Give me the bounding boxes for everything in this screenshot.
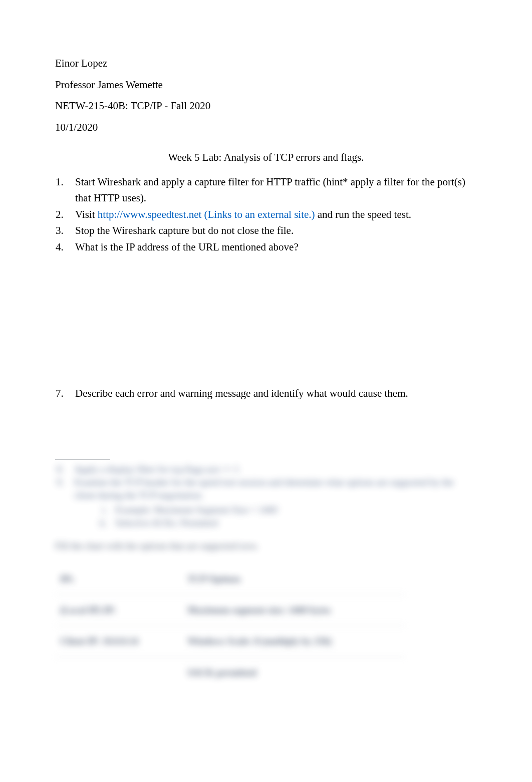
table-row: Client IP: 10.0.0.14 Windows Scale: 8 (m… — [55, 626, 405, 657]
document-page: Einor Lopez Professor James Wemette NETW… — [0, 0, 532, 688]
professor-line: Professor James Wemette — [55, 77, 477, 93]
speedtest-link[interactable]: http://www.speedtest.net (Links to an ex… — [98, 208, 315, 220]
list-text: Describe each error and warning message … — [75, 387, 408, 399]
spacer — [55, 255, 477, 385]
table-row: (Local IP) IP: Maximum segment size: 146… — [55, 594, 405, 625]
author-line: Einor Lopez — [55, 55, 477, 72]
document-title: Week 5 Lab: Analysis of TCP errors and f… — [55, 149, 477, 166]
spacer — [55, 402, 477, 459]
obscured-content: Apply a display filter for tcp.flags.syn… — [55, 463, 477, 688]
obscured-text: Apply a display filter for tcp.flags.syn… — [74, 464, 239, 474]
list-text: and run the speed test. — [315, 208, 411, 220]
list-text: Visit — [75, 208, 98, 220]
course-line: NETW-215-40B: TCP/IP - Fall 2020 — [55, 98, 477, 114]
table-header: IPs — [55, 564, 182, 595]
instruction-list-continued: Describe each error and warning message … — [55, 385, 477, 402]
table-cell: SACK permitted — [182, 657, 405, 688]
table-row: SACK permitted — [55, 657, 405, 688]
instruction-list: Start Wireshark and apply a capture filt… — [55, 174, 477, 255]
date-line: 10/1/2020 — [55, 119, 477, 136]
list-item: Visit http://www.speedtest.net (Links to… — [66, 206, 477, 223]
obscured-text: Selective ACKs: Permitted — [115, 517, 218, 528]
obscured-paragraph: Fill the chart with the options that are… — [55, 539, 477, 553]
list-text: Start Wireshark and apply a capture filt… — [75, 176, 465, 204]
table-row: IPs TCP Options — [55, 564, 405, 595]
obscured-text: Examine the TCP header for the speed tes… — [74, 477, 454, 500]
list-item: Example: Maximum Segment Size = 1460 — [109, 503, 477, 516]
table-cell: Maximum segment size: 1460 bytes — [182, 594, 405, 625]
obscured-sublist: Example: Maximum Segment Size = 1460 Sel… — [74, 503, 477, 530]
table-cell — [55, 657, 182, 688]
list-item: Start Wireshark and apply a capture filt… — [66, 174, 477, 206]
table-cell: (Local IP) IP: — [55, 594, 182, 625]
list-item: Describe each error and warning message … — [66, 385, 477, 402]
table-cell: Windows Scale: 8 (multiply by 256) — [182, 626, 405, 657]
table-header: TCP Options — [182, 564, 405, 595]
obscured-list: Apply a display filter for tcp.flags.syn… — [55, 463, 477, 530]
list-item: What is the IP address of the URL mentio… — [66, 239, 477, 255]
list-item: Apply a display filter for tcp.flags.syn… — [66, 463, 477, 476]
list-text: Stop the Wireshark capture but do not cl… — [75, 224, 294, 236]
obscured-text: Example: Maximum Segment Size = 1460 — [115, 504, 278, 515]
list-text: What is the IP address of the URL mentio… — [75, 241, 299, 253]
list-item: Stop the Wireshark capture but do not cl… — [66, 222, 477, 239]
tcp-options-table: IPs TCP Options (Local IP) IP: Maximum s… — [55, 564, 405, 688]
table-cell: Client IP: 10.0.0.14 — [55, 626, 182, 657]
list-item: Selective ACKs: Permitted — [109, 516, 477, 530]
divider — [55, 459, 110, 460]
list-item: Examine the TCP header for the speed tes… — [66, 476, 477, 530]
